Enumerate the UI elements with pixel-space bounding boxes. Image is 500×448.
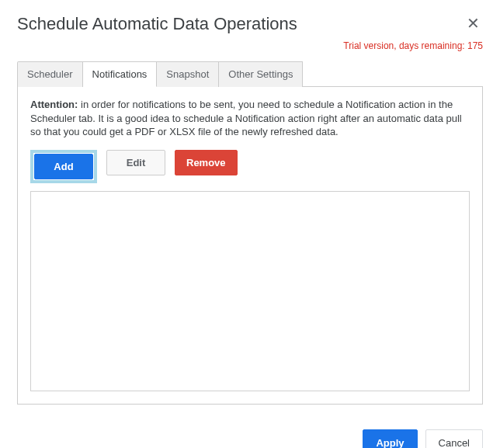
tab-content-notifications: Attention: in order for notifications to… bbox=[17, 87, 483, 405]
remove-button[interactable]: Remove bbox=[175, 150, 238, 175]
tab-bar: Scheduler Notifications Snapshot Other S… bbox=[17, 61, 483, 87]
attention-label: Attention: bbox=[30, 99, 78, 110]
dialog-footer: Apply Cancel bbox=[0, 418, 500, 448]
attention-body: in order for notifications to be sent, y… bbox=[30, 99, 462, 137]
schedule-dialog: Schedule Automatic Data Operations ✕ Tri… bbox=[0, 0, 500, 418]
tab-scheduler[interactable]: Scheduler bbox=[17, 61, 83, 87]
close-button[interactable]: ✕ bbox=[464, 14, 483, 33]
attention-text: Attention: in order for notifications to… bbox=[30, 98, 470, 139]
add-button-highlight: Add bbox=[30, 150, 97, 183]
notification-button-row: Add Edit Remove bbox=[30, 150, 470, 183]
dialog-title: Schedule Automatic Data Operations bbox=[17, 14, 297, 34]
tab-other-settings[interactable]: Other Settings bbox=[219, 61, 303, 87]
apply-button[interactable]: Apply bbox=[363, 429, 417, 448]
dialog-header: Schedule Automatic Data Operations ✕ bbox=[17, 14, 483, 34]
cancel-button[interactable]: Cancel bbox=[425, 429, 483, 448]
notifications-list[interactable] bbox=[30, 191, 470, 391]
close-icon: ✕ bbox=[467, 15, 480, 32]
tab-snapshot[interactable]: Snapshot bbox=[157, 61, 219, 87]
trial-banner: Trial version, days remaining: 175 bbox=[17, 40, 483, 51]
edit-button[interactable]: Edit bbox=[106, 150, 165, 175]
tab-notifications[interactable]: Notifications bbox=[83, 61, 158, 87]
add-button[interactable]: Add bbox=[34, 154, 93, 179]
